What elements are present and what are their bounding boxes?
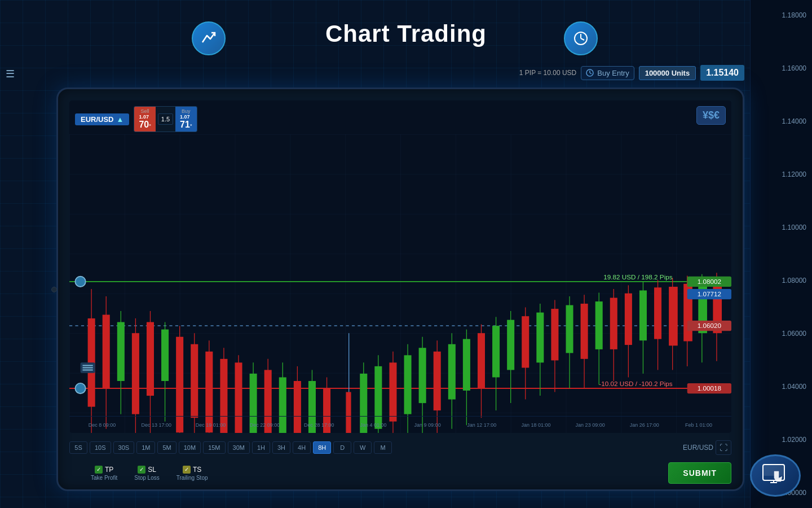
sl-checkbox[interactable]: ✓	[138, 466, 145, 474]
tablet-camera	[51, 287, 57, 292]
currency-icon[interactable]: ¥$€	[696, 106, 726, 125]
svg-rect-95	[654, 287, 661, 339]
page-title: Chart Trading	[325, 20, 487, 47]
tf-30m[interactable]: 30M	[228, 441, 250, 454]
svg-point-104	[75, 277, 85, 287]
buy-entry-bar[interactable]: Buy Entry	[581, 66, 634, 80]
scale-price-6: 1.08000	[751, 277, 812, 284]
trend-button[interactable]	[192, 21, 226, 55]
tablet-frame: EUR/USD ▲ Sell 1.07 70 ° 1.5	[56, 87, 744, 491]
svg-rect-124	[763, 465, 784, 476]
time-label-9: Jan 23 09:00	[563, 422, 617, 428]
sl-label: SL	[148, 466, 156, 474]
time-label-11: Feb 1 01:00	[672, 422, 726, 428]
svg-rect-17	[103, 315, 110, 388]
tf-3h[interactable]: 3H	[272, 441, 290, 454]
candlestick-chart: 19.82 USD / 198.2 Pips -10.02 USD / -100…	[69, 134, 731, 433]
tf-8h[interactable]: 8H	[313, 441, 331, 454]
svg-rect-91	[625, 294, 632, 345]
tf-5m[interactable]: 5M	[157, 441, 176, 454]
spread-value: 1.5	[158, 113, 173, 125]
scale-price-5: 1.10000	[751, 224, 812, 231]
bottom-controls: 5S 10S 30S 1M 5M 10M 15M 30M 1H 3H 4H 8H…	[69, 436, 731, 489]
time-axis: Dec 8 09:00 Dec 13 17:00 Dec 19 01:00 De…	[69, 416, 731, 433]
svg-text:19.82 USD / 198.2 Pips: 19.82 USD / 198.2 Pips	[603, 273, 673, 281]
time-label-7: Jan 12 17:00	[454, 422, 509, 428]
svg-point-105	[75, 383, 85, 393]
svg-rect-75	[507, 320, 514, 370]
tf-15m[interactable]: 15M	[203, 441, 225, 454]
tf-30s[interactable]: 30S	[113, 441, 135, 454]
svg-rect-61	[404, 355, 412, 414]
bid-ask-box: Sell 1.07 70 ° 1.5 Buy 1.07	[134, 106, 197, 132]
tf-5s[interactable]: 5S	[69, 441, 87, 454]
tf-1h[interactable]: 1H	[252, 441, 270, 454]
units-box[interactable]: 100000 Units	[639, 66, 696, 80]
svg-text:1.00018: 1.00018	[698, 384, 722, 392]
svg-line-2	[581, 38, 584, 40]
indicator-row: ✓ TP Take Profit ✓ SL Stop Loss ✓ TS Tra…	[69, 459, 731, 487]
svg-rect-97	[669, 287, 678, 345]
time-label-0: Dec 8 09:00	[75, 422, 129, 428]
svg-rect-93	[639, 291, 647, 341]
ts-indicator[interactable]: ✓ TS Trailing Stop	[176, 466, 208, 481]
clock-button[interactable]	[564, 21, 598, 55]
svg-rect-69	[463, 339, 470, 391]
tf-m[interactable]: M	[374, 441, 392, 454]
scale-price-8: 1.04000	[751, 383, 812, 391]
tablet-demo-icon[interactable]	[750, 454, 801, 497]
pip-info: 1 PIP = 10.00 USD	[519, 69, 577, 77]
tp-indicator[interactable]: ✓ TP Take Profit	[91, 466, 117, 481]
tf-10m[interactable]: 10M	[179, 441, 201, 454]
pair-label[interactable]: EUR/USD ▲	[75, 113, 129, 125]
tf-w[interactable]: W	[354, 441, 372, 454]
svg-rect-19	[117, 322, 125, 381]
tf-4h[interactable]: 4H	[293, 441, 311, 454]
svg-rect-79	[536, 313, 544, 363]
submit-button[interactable]: SUBMIT	[668, 462, 731, 484]
svg-rect-77	[522, 316, 529, 367]
ts-checkbox[interactable]: ✓	[183, 466, 191, 474]
ts-sublabel: Trailing Stop	[176, 475, 208, 481]
tf-1m[interactable]: 1M	[136, 441, 155, 454]
tp-checkbox[interactable]: ✓	[95, 466, 103, 474]
time-label-1: Dec 13 17:00	[129, 422, 183, 428]
svg-rect-65	[434, 352, 441, 410]
time-label-10: Jan 26 17:00	[617, 422, 672, 428]
time-label-2: Dec 19 01:00	[183, 422, 237, 428]
scale-price-3: 1.14000	[751, 117, 812, 125]
svg-rect-85	[581, 304, 588, 359]
pair-right-label: EUR/USD	[683, 444, 713, 452]
svg-text:1.08002: 1.08002	[698, 278, 721, 285]
svg-rect-67	[448, 344, 456, 400]
current-price: 1.15140	[700, 65, 744, 81]
sl-indicator[interactable]: ✓ SL Stop Loss	[134, 466, 159, 481]
svg-rect-25	[161, 330, 169, 381]
tp-sublabel: Take Profit	[91, 475, 117, 481]
svg-rect-87	[595, 301, 603, 349]
buy-entry-label: Buy Entry	[597, 69, 629, 77]
tp-label: TP	[105, 466, 113, 474]
time-label-3: Dec 22 09:00	[238, 422, 292, 428]
time-label-6: Jan 9 09:00	[400, 422, 454, 428]
timeframe-row: 5S 10S 30S 1M 5M 10M 15M 30M 1H 3H 4H 8H…	[69, 436, 731, 459]
svg-rect-89	[610, 298, 617, 349]
time-label-4: Dec 28 17:00	[292, 422, 346, 428]
top-bar: 1 PIP = 10.00 USD Buy Entry 100000 Units…	[519, 65, 744, 81]
sl-sublabel: Stop Loss	[134, 475, 159, 481]
time-label-8: Jan 18 01:00	[509, 422, 563, 428]
tf-d[interactable]: D	[333, 441, 351, 454]
ts-label: TS	[193, 466, 201, 474]
svg-line-5	[590, 73, 592, 74]
buy-box[interactable]: Buy 1.07 71 °	[175, 107, 196, 132]
svg-text:-10.02 USD / -100.2 Pips: -10.02 USD / -100.2 Pips	[599, 380, 672, 387]
sell-box[interactable]: Sell 1.07 70 °	[134, 107, 155, 132]
chart-area[interactable]: EUR/USD ▲ Sell 1.07 70 ° 1.5	[69, 100, 731, 433]
tf-10s[interactable]: 10S	[90, 441, 111, 454]
scale-price-4: 1.12000	[751, 170, 812, 178]
svg-rect-63	[419, 348, 426, 403]
svg-rect-71	[478, 333, 485, 388]
left-menu-button[interactable]: ☰	[6, 68, 15, 80]
fullscreen-button[interactable]: ⛶	[716, 440, 731, 455]
svg-rect-73	[492, 326, 500, 377]
